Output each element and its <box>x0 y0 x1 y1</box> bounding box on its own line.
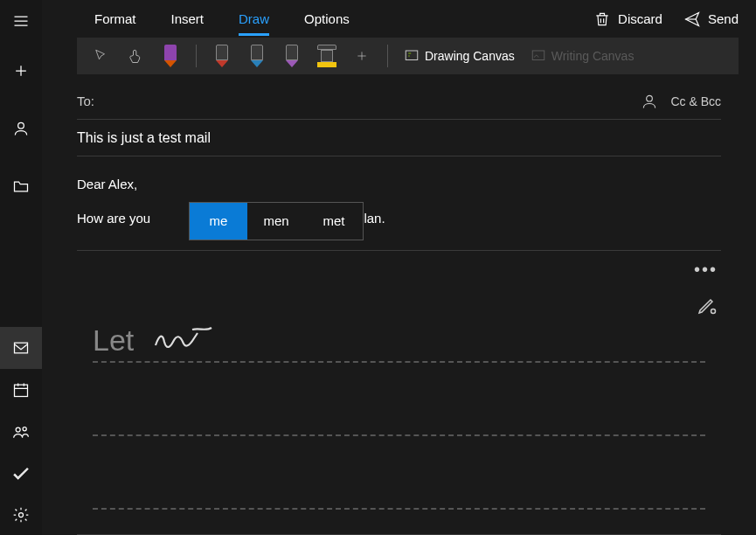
separator <box>387 45 388 67</box>
writing-canvas-button: Writing Canvas <box>525 48 640 64</box>
topbar: Format Insert Draw Options Discard Send <box>42 0 756 38</box>
suggestion-2[interactable]: men <box>247 203 305 240</box>
tab-options[interactable]: Options <box>304 3 350 36</box>
svg-point-0 <box>18 122 24 129</box>
suggestion-3[interactable]: met <box>305 203 363 240</box>
calendar-icon[interactable] <box>0 369 42 411</box>
highlighter[interactable] <box>312 38 342 74</box>
mail-icon[interactable] <box>0 327 42 369</box>
pen-1[interactable] <box>156 38 185 74</box>
menu-icon[interactable] <box>0 0 42 42</box>
account-icon[interactable] <box>0 100 42 157</box>
to-field[interactable]: To: Cc & Bcc <box>77 83 721 120</box>
pen-2[interactable] <box>207 38 237 74</box>
subject-text: This is just a test mail <box>77 130 211 146</box>
tab-insert[interactable]: Insert <box>171 3 205 36</box>
drawing-canvas-label: Drawing Canvas <box>425 49 515 63</box>
svg-rect-6 <box>406 51 418 60</box>
send-icon <box>683 10 701 28</box>
main-area: Format Insert Draw Options Discard Send <box>42 0 756 535</box>
tab-format[interactable]: Format <box>94 3 136 36</box>
cc-bcc-button[interactable]: Cc & Bcc <box>670 94 721 108</box>
sidebar <box>0 0 42 535</box>
svg-rect-1 <box>15 343 28 353</box>
svg-point-4 <box>23 427 26 431</box>
tab-draw[interactable]: Draw <box>239 3 269 36</box>
drawing-canvas-button[interactable]: Drawing Canvas <box>399 48 520 64</box>
svg-point-3 <box>16 427 20 432</box>
select-tool[interactable] <box>86 38 115 74</box>
people-icon[interactable] <box>0 411 42 453</box>
writing-canvas-label: Writing Canvas <box>551 49 635 63</box>
handwriting-stroke <box>154 323 215 356</box>
contact-picker-icon[interactable] <box>641 93 658 110</box>
folder-icon[interactable] <box>0 157 42 215</box>
send-button[interactable]: Send <box>683 10 739 28</box>
new-mail-icon[interactable] <box>0 42 42 100</box>
subject-field[interactable]: This is just a test mail <box>77 120 721 156</box>
discard-button[interactable]: Discard <box>593 10 662 28</box>
handwriting-panel: ••• Let <box>77 250 721 535</box>
svg-point-5 <box>19 513 24 518</box>
trash-icon <box>593 10 611 28</box>
body-line-1: Dear Alex, <box>77 172 721 198</box>
draw-ribbon: Drawing Canvas Writing Canvas <box>77 38 739 74</box>
writing-canvas-icon <box>531 48 546 64</box>
handwriting-input-area[interactable]: Let <box>77 281 721 510</box>
separator <box>196 45 197 67</box>
recognized-text: Let <box>93 323 134 358</box>
more-icon[interactable]: ••• <box>694 260 721 280</box>
settings-icon[interactable] <box>0 495 42 535</box>
ime-suggestions: me men met <box>189 202 364 240</box>
add-pen-button[interactable] <box>347 38 377 74</box>
suggestion-1[interactable]: me <box>190 203 247 240</box>
drawing-canvas-icon <box>404 48 420 64</box>
svg-point-8 <box>647 95 653 101</box>
to-label: To: <box>77 94 94 108</box>
send-label: Send <box>708 11 739 26</box>
touch-tool[interactable] <box>121 38 150 74</box>
svg-rect-7 <box>532 51 544 60</box>
message-body[interactable]: Dear Alex, How are you ess plan. me men … <box>42 156 756 231</box>
svg-point-9 <box>711 309 716 314</box>
todo-icon[interactable] <box>0 453 42 495</box>
pen-4[interactable] <box>277 38 307 74</box>
svg-rect-2 <box>15 385 28 396</box>
pen-3[interactable] <box>242 38 272 74</box>
discard-label: Discard <box>618 11 662 26</box>
tabs: Format Insert Draw Options <box>94 3 350 36</box>
body-line-2: How are you ess plan. <box>77 206 721 232</box>
